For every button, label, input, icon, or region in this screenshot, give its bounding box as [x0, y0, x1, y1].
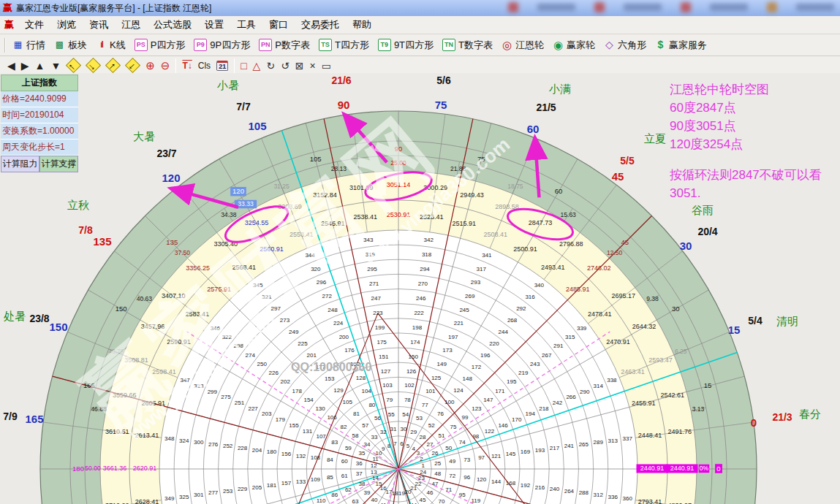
svg-text:3661.36: 3661.36 — [103, 465, 127, 472]
toolbar-button[interactable]: ▩ 板块 — [50, 37, 91, 54]
svg-text:49: 49 — [449, 458, 455, 465]
wheel-degree-label: 75 — [435, 99, 447, 111]
svg-text:175: 175 — [377, 339, 387, 345]
svg-text:3.13: 3.13 — [692, 405, 705, 413]
menu-item[interactable]: 资讯 — [83, 17, 115, 33]
next-icon[interactable]: ▶ — [18, 58, 32, 74]
up-icon: ▲ — [35, 60, 45, 72]
menu-item[interactable]: 窗口 — [262, 17, 295, 33]
menu-item[interactable]: 公式选股 — [147, 17, 198, 33]
svg-text:135: 135 — [166, 238, 178, 246]
wheel-date-label: 21/6 — [331, 75, 351, 86]
toolbar-button[interactable]: ◇ 六角形 — [599, 37, 651, 54]
svg-text:3457.96: 3457.96 — [141, 323, 165, 330]
separator[interactable] — [175, 58, 176, 73]
panel-field: 时间=20190104 — [1, 107, 78, 123]
svg-text:337: 337 — [623, 435, 633, 442]
svg-text:60: 60 — [555, 187, 563, 195]
calendar-icon: 21 — [216, 61, 228, 71]
svg-text:131: 131 — [303, 428, 313, 435]
toolbar-button[interactable]: ▦ 行情 — [8, 37, 50, 54]
svg-text:22: 22 — [415, 481, 422, 487]
svg-text:124: 124 — [453, 387, 463, 394]
toolbar-button-label: P数字表 — [275, 39, 310, 52]
svg-text:216: 216 — [535, 484, 545, 491]
shift-right-icon[interactable]: → — [83, 58, 103, 74]
svg-text:336: 336 — [608, 494, 618, 500]
prev-icon[interactable]: ◀ — [4, 58, 18, 74]
toolbar-button[interactable]: PN P数字表 — [254, 37, 314, 54]
shift-down-icon[interactable]: ↓ — [123, 58, 143, 74]
svg-text:2500.91: 2500.91 — [513, 245, 537, 253]
menu-item[interactable]: 文件 — [18, 17, 50, 33]
zoom-in-icon[interactable]: ⊕ — [143, 58, 158, 74]
menu-item[interactable]: 帮助 — [346, 17, 378, 33]
svg-text:109: 109 — [311, 476, 321, 483]
shift-up-icon[interactable]: ↑ — [103, 58, 123, 74]
wheel-degree-label: 165 — [25, 413, 43, 425]
svg-text:264: 264 — [564, 488, 575, 495]
toolbar-button[interactable]: PS P四方形 — [130, 37, 190, 54]
svg-text:2605.91: 2605.91 — [142, 400, 166, 407]
svg-text:249: 249 — [289, 329, 299, 335]
svg-text:28: 28 — [420, 434, 426, 440]
svg-text:2590.91: 2590.91 — [167, 338, 191, 345]
svg-text:179: 179 — [276, 416, 286, 423]
gann-wheel-chart-area: 赢家财富网 www.yingjia360.com www.yingjia360.… — [0, 73, 840, 504]
svg-text:9: 9 — [382, 446, 385, 452]
svg-text:27: 27 — [427, 441, 434, 448]
svg-text:299: 299 — [208, 389, 218, 395]
toolbar-button[interactable]: T9 9T四方形 — [374, 37, 438, 54]
shift-left-icon[interactable]: ← — [64, 58, 83, 74]
cls-button[interactable]: Cls — [195, 58, 213, 74]
square-overlay-icon[interactable]: □ — [238, 58, 249, 74]
screen-icon[interactable]: ▭ — [319, 58, 334, 74]
menu-item[interactable]: 江恩 — [115, 17, 147, 33]
toolbar-button[interactable]: TS T四方形 — [314, 37, 374, 54]
svg-text:47: 47 — [432, 481, 439, 487]
wheel-date-label: 23/7 — [156, 148, 176, 159]
calendar-icon[interactable]: 21 — [213, 58, 231, 74]
panel-field: 变换系数=1.00000 — [1, 123, 78, 140]
rotate-cw-icon[interactable]: ↻ — [263, 58, 278, 74]
toolbar-icon: ◉ — [553, 39, 564, 50]
svg-text:340: 340 — [534, 282, 545, 289]
panel-button[interactable]: 计算阻力 — [1, 156, 39, 172]
svg-text:96: 96 — [463, 474, 470, 481]
toolbar-button[interactable]: ◎ 江恩轮 — [497, 37, 548, 54]
svg-text:100: 100 — [444, 399, 455, 405]
svg-text:180: 180 — [72, 465, 84, 473]
menu-bar: 赢 文件浏览资讯江恩公式选股设置工具窗口交易委托帮助 — [0, 16, 840, 34]
menu-item[interactable]: 交易委托 — [295, 17, 346, 33]
converge-icon[interactable]: × — [307, 58, 319, 74]
down-icon[interactable]: ▼ — [48, 58, 64, 74]
rotate-ccw-icon[interactable]: ↺ — [278, 58, 292, 74]
toolbar-button[interactable]: TN T数字表 — [438, 37, 497, 54]
svg-text:312: 312 — [594, 492, 604, 498]
menu-item[interactable]: 浏览 — [50, 17, 83, 33]
toolbar-button[interactable]: P9 9P四方形 — [189, 37, 254, 54]
svg-text:80: 80 — [368, 402, 375, 408]
svg-text:121: 121 — [491, 453, 502, 459]
toolbar-button[interactable]: ıl K线 — [91, 37, 130, 54]
svg-text:274: 274 — [246, 352, 256, 359]
zoom-out-icon[interactable]: ⊖ — [158, 58, 173, 74]
panel-button[interactable]: 计算支撑 — [39, 156, 78, 172]
symbol-info-panel: 上证指数 价格=2440.9099时间=20190104变换系数=1.00000… — [1, 75, 78, 172]
svg-text:218: 218 — [539, 405, 549, 412]
separator[interactable] — [234, 58, 235, 73]
menu-item[interactable]: 设置 — [198, 17, 230, 33]
annotation-line: 90度3051点 — [670, 117, 822, 135]
toolbar-button[interactable]: ◉ 赢家轮 — [548, 37, 599, 54]
toolbar-button[interactable]: $ 赢家服务 — [651, 37, 711, 54]
svg-text:73: 73 — [463, 457, 470, 463]
t-updown-icon[interactable]: T↓ — [179, 58, 194, 74]
menu-item[interactable]: 工具 — [230, 17, 262, 33]
up-icon[interactable]: ▲ — [32, 58, 48, 74]
triangle-overlay-icon[interactable]: △ — [250, 58, 264, 74]
wheel-date-label: 5/6 — [436, 75, 450, 86]
box-x-icon[interactable]: ⊠ — [292, 58, 307, 74]
svg-text:3356.25: 3356.25 — [186, 264, 210, 272]
svg-text:2949.43: 2949.43 — [460, 191, 484, 199]
svg-text:132: 132 — [296, 453, 306, 459]
